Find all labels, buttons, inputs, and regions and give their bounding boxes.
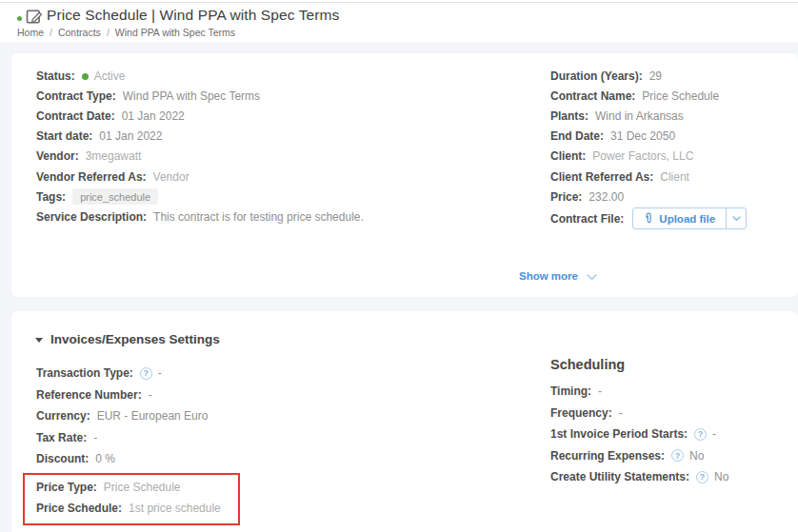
field-label: Timing: [550, 384, 591, 398]
field-transaction-type: Transaction Type: ? - [36, 363, 240, 384]
page-title: Price Schedule | Wind PPA with Spec Term… [47, 7, 339, 24]
field-value: 0 % [95, 452, 115, 465]
scheduling-title: Scheduling [550, 357, 728, 372]
field-label: Discount: [36, 452, 89, 465]
field-label: Contract File: [550, 212, 624, 226]
field-label: End Date: [550, 129, 604, 143]
help-icon[interactable]: ? [140, 367, 152, 380]
field-value: 01 Jan 2022 [122, 109, 185, 123]
field-label: Transaction Type: [36, 366, 133, 380]
field-value: Wind PPA with Spec Terms [123, 89, 260, 103]
field-value: - [598, 384, 602, 398]
invoices-expenses-section-toggle[interactable]: Invoices/Expenses Settings [35, 332, 220, 346]
field-value: 232.00 [589, 190, 624, 204]
field-value: No [714, 470, 728, 483]
field-label: Client Referred As: [550, 170, 653, 184]
show-more-link[interactable]: Show more [519, 269, 597, 283]
field-start-date: Start date: 01 Jan 2022 [36, 127, 364, 147]
contract-details-left-column: Status: Active Contract Type: Wind PPA w… [36, 66, 364, 227]
section-title: Invoices/Expenses Settings [50, 332, 220, 346]
field-timing: Timing: - [550, 381, 728, 403]
field-value: Wind in Arkansas [595, 109, 684, 123]
field-contract-file: Contract File: Upload file [550, 207, 747, 230]
field-recurring-expenses: Recurring Expenses: ? No [550, 445, 728, 467]
breadcrumb-contracts[interactable]: Contracts [58, 27, 101, 38]
field-contract-date: Contract Date: 01 Jan 2022 [36, 106, 364, 126]
field-price-type: Price Type: Price Schedule [36, 477, 221, 499]
field-label: Vendor: [36, 149, 79, 163]
field-contract-name: Contract Name: Price Schedule [550, 86, 747, 106]
help-icon[interactable]: ? [694, 428, 707, 441]
field-client: Client: Power Factors, LLC [550, 147, 747, 167]
field-value: Vendor [153, 170, 190, 184]
field-value: - [619, 406, 623, 420]
field-status: Status: Active [36, 66, 364, 86]
field-value: 31 Dec 2050 [610, 129, 675, 143]
field-value: No [689, 449, 704, 463]
field-value: Client [660, 170, 689, 184]
field-label: Reference Number: [36, 388, 142, 402]
invoice-settings-left-column: Transaction Type: ? - Reference Number: … [36, 363, 240, 525]
field-label: Duration (Years): [550, 69, 643, 83]
field-value: Active [94, 69, 126, 83]
upload-file-main[interactable]: Upload file [633, 208, 726, 228]
field-first-invoice-period-starts: 1st Invoice Period Starts: ? - [550, 424, 728, 445]
upload-file-button[interactable]: Upload file [632, 207, 747, 229]
field-label: Vendor Referred As: [36, 170, 147, 184]
show-more-label: Show more [519, 270, 578, 282]
price-schedule-highlight-box: Price Type: Price Schedule Price Schedul… [23, 473, 240, 525]
field-label: Create Utility Statements: [550, 470, 689, 483]
field-label: Tax Rate: [36, 431, 87, 444]
invoices-expenses-card: Invoices/Expenses Settings Transaction T… [11, 311, 798, 532]
top-bar: Price Schedule | Wind PPA with Spec Term… [0, 0, 798, 42]
field-value: - [93, 431, 97, 444]
help-icon[interactable]: ? [671, 449, 684, 462]
edit-document-icon [26, 9, 43, 29]
field-label: Plants: [550, 109, 589, 123]
field-price: Price: 232.00 [550, 187, 747, 207]
paperclip-icon [644, 212, 653, 225]
field-value: - [712, 427, 716, 441]
field-value: 3megawatt [86, 149, 142, 163]
field-price-schedule: Price Schedule: 1st price schedule [36, 498, 221, 520]
chevron-down-icon [732, 216, 741, 222]
breadcrumb-home[interactable]: Home [17, 27, 44, 38]
field-currency: Currency: EUR - European Euro [36, 405, 240, 427]
field-value: - [149, 388, 152, 402]
field-value: EUR - European Euro [97, 409, 209, 423]
status-dot-icon [82, 73, 89, 80]
breadcrumb-separator: / [50, 27, 52, 38]
scheduling-column: Scheduling Timing: - Frequency: - 1st In… [550, 357, 728, 488]
field-contract-type: Contract Type: Wind PPA with Spec Terms [36, 86, 364, 106]
field-discount: Discount: 0 % [36, 448, 240, 470]
field-label: Service Description: [36, 210, 147, 224]
field-value: Price Schedule [104, 481, 181, 494]
field-value: Power Factors, LLC [592, 149, 693, 163]
breadcrumb-current: Wind PPA with Spec Terms [115, 27, 235, 38]
field-label: Tags: [36, 190, 66, 204]
field-value: 29 [649, 69, 662, 83]
field-frequency: Frequency: - [550, 403, 728, 424]
chevron-down-icon [587, 271, 597, 283]
field-label: Client: [550, 149, 586, 163]
field-label: Contract Type: [36, 89, 116, 103]
field-value: This contract is for testing price sched… [153, 210, 364, 224]
field-label: Status: [36, 69, 75, 83]
field-value: - [158, 366, 162, 380]
field-label: 1st Invoice Period Starts: [550, 427, 688, 441]
collapse-caret-icon [35, 338, 43, 343]
field-label: Start date: [36, 129, 92, 143]
tag-chip: price_schedule [72, 188, 158, 205]
contract-details-right-column: Duration (Years): 29 Contract Name: Pric… [550, 66, 747, 230]
help-icon[interactable]: ? [696, 471, 708, 483]
field-label: Recurring Expenses: [550, 449, 665, 463]
field-tags: Tags: price_schedule [36, 187, 364, 207]
field-vendor-referred-as: Vendor Referred As: Vendor [36, 167, 364, 187]
field-label: Frequency: [550, 406, 612, 420]
field-label: Price Type: [36, 481, 97, 494]
field-end-date: End Date: 31 Dec 2050 [550, 127, 747, 147]
upload-file-dropdown-toggle[interactable] [726, 208, 746, 228]
field-value: 1st price schedule [129, 502, 221, 515]
field-value: Price Schedule [642, 89, 719, 103]
field-client-referred-as: Client Referred As: Client [550, 167, 747, 187]
